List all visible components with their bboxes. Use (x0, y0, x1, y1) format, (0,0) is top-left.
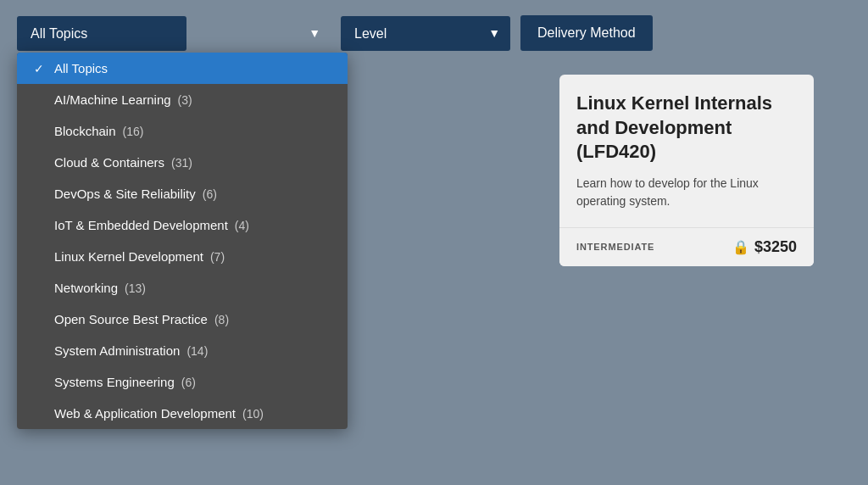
dropdown-item-count-11: (10) (242, 407, 264, 421)
card-desc-2: Learn how to develop for the Linux opera… (576, 175, 797, 210)
dropdown-item-8[interactable]: Open Source Best Practice (8) (17, 304, 348, 335)
course-card-2: Linux Kernel Internals and Development (… (559, 75, 814, 266)
card-price-wrapper-2: 🔒 $3250 (732, 238, 797, 256)
dropdown-item-3[interactable]: Cloud & Containers (31) (17, 147, 348, 178)
dropdown-item-2[interactable]: Blockchain (16) (17, 115, 348, 147)
dropdown-item-label-2: Blockchain (54, 124, 116, 138)
card-title-2: Linux Kernel Internals and Development (… (576, 92, 797, 164)
topics-dropdown-wrapper: All Topics ▼ (17, 16, 331, 51)
dropdown-item-label-6: Linux Kernel Development (54, 249, 203, 264)
dropdown-item-label-8: Open Source Best Practice (54, 312, 208, 326)
topics-chevron-icon: ▼ (309, 26, 320, 40)
level-dropdown-wrapper: Level ▼ (341, 16, 510, 51)
dropdown-item-count-5: (4) (235, 219, 249, 232)
dropdown-item-1[interactable]: AI/Machine Learning (3) (17, 84, 348, 115)
dropdown-item-label-3: Cloud & Containers (54, 155, 164, 170)
dropdown-item-10[interactable]: Systems Engineering (6) (17, 366, 348, 398)
dropdown-item-label-10: Systems Engineering (54, 375, 175, 389)
dropdown-item-count-1: (3) (178, 93, 192, 107)
dropdown-item-label-9: System Administration (54, 343, 180, 358)
dropdown-item-0[interactable]: ✓All Topics (17, 53, 348, 84)
dropdown-item-label-11: Web & Application Development (54, 406, 236, 421)
card-price-2: $3250 (754, 238, 797, 256)
level-select[interactable]: Level (341, 16, 510, 51)
card-body-2: Linux Kernel Internals and Development (… (559, 75, 814, 227)
dropdown-item-5[interactable]: IoT & Embedded Development (4) (17, 209, 348, 241)
topics-dropdown-menu: ✓All TopicsAI/Machine Learning (3)Blockc… (17, 53, 348, 429)
dropdown-item-4[interactable]: DevOps & Site Reliability (6) (17, 178, 348, 209)
dropdown-item-count-8: (8) (214, 313, 229, 326)
topics-select[interactable]: All Topics (17, 16, 186, 51)
dropdown-item-label-5: IoT & Embedded Development (54, 218, 228, 232)
dropdown-item-label-0: All Topics (54, 61, 108, 75)
check-icon-0: ✓ (34, 62, 47, 75)
dropdown-item-count-2: (16) (123, 125, 144, 138)
dropdown-item-6[interactable]: Linux Kernel Development (7) (17, 241, 348, 272)
dropdown-item-count-7: (13) (125, 282, 146, 295)
dropdown-item-count-4: (6) (203, 187, 217, 201)
lock-icon: 🔒 (732, 239, 749, 255)
dropdown-item-count-6: (7) (210, 250, 225, 264)
card-footer-2: INTERMEDIATE 🔒 $3250 (559, 227, 814, 266)
dropdown-item-9[interactable]: System Administration (14) (17, 335, 348, 366)
dropdown-item-count-10: (6) (181, 376, 196, 389)
dropdown-item-count-9: (14) (186, 344, 208, 358)
dropdown-item-label-1: AI/Machine Learning (54, 92, 171, 107)
dropdown-item-11[interactable]: Web & Application Development (10) (17, 398, 348, 429)
dropdown-item-label-4: DevOps & Site Reliability (54, 187, 196, 201)
dropdown-item-label-7: Networking (54, 281, 118, 295)
dropdown-item-7[interactable]: Networking (13) (17, 272, 348, 304)
card-level-2: INTERMEDIATE (576, 242, 654, 252)
dropdown-item-count-3: (31) (171, 156, 192, 170)
delivery-method-button[interactable]: Delivery Method (520, 15, 653, 51)
